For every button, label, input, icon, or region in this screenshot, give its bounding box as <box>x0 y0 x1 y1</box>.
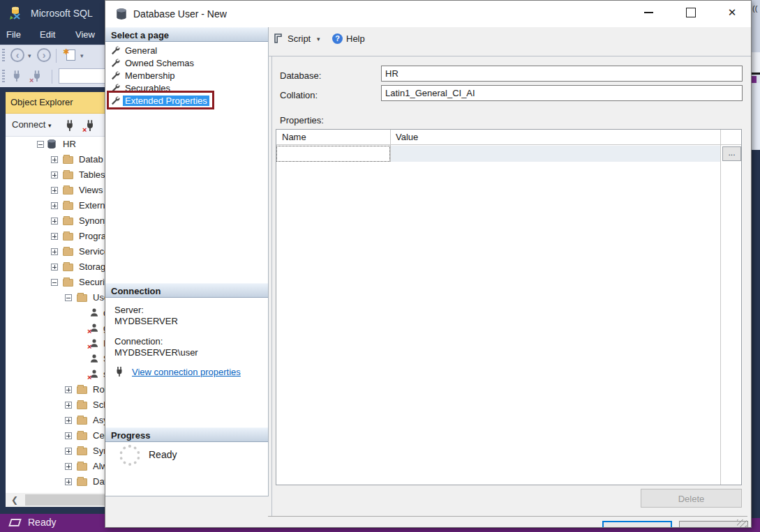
toolbar-grip[interactable] <box>2 70 5 84</box>
minimize-button[interactable] <box>633 1 664 23</box>
navigate-back-icon[interactable]: ‹ <box>10 48 24 62</box>
object-explorer-header[interactable]: Object Explorer <box>6 92 105 114</box>
oe-disconnect-plug-icon[interactable]: × <box>84 119 96 132</box>
maximize-button[interactable] <box>675 1 706 23</box>
oe-horizontal-scrollbar[interactable]: ❮ <box>6 493 105 507</box>
tree-item[interactable]: ×g <box>6 321 105 336</box>
tree-item[interactable]: d <box>6 305 105 321</box>
toolbar-grip[interactable] <box>2 49 5 63</box>
expand-plus-icon[interactable] <box>65 448 72 455</box>
toolbar-separator <box>56 49 57 63</box>
menu-edit[interactable]: Edit <box>40 29 55 40</box>
new-query-caret-icon[interactable]: ▾ <box>80 52 84 59</box>
back-dropdown-caret-icon[interactable]: ▾ <box>28 52 31 59</box>
script-icon <box>273 33 284 44</box>
expand-plus-icon[interactable] <box>65 463 72 470</box>
expand-plus-icon[interactable] <box>51 218 58 225</box>
help-icon: ? <box>332 33 343 44</box>
name-cell[interactable] <box>276 146 390 162</box>
tree-item[interactable]: Rol <box>6 382 105 397</box>
scroll-left-arrow-icon[interactable]: ❮ <box>11 495 18 505</box>
expand-plus-icon[interactable] <box>51 172 58 178</box>
tree-item[interactable]: Cer <box>6 428 105 443</box>
expand-minus-icon[interactable] <box>65 294 72 301</box>
progress-header: Progress <box>105 427 268 442</box>
tree-item-label: Views <box>79 185 103 195</box>
navigate-forward-icon[interactable]: › <box>37 48 51 62</box>
tree-item[interactable]: Dat <box>6 474 105 489</box>
tree-item[interactable]: ×I <box>6 336 105 351</box>
tree-item[interactable]: Sym <box>6 443 105 459</box>
tree-item[interactable]: S <box>6 351 105 367</box>
menu-file[interactable]: File <box>6 29 21 40</box>
tree-item[interactable]: ×s <box>6 367 105 382</box>
tree-item[interactable]: Sch <box>6 397 105 413</box>
tree-item[interactable]: Securit <box>6 275 105 290</box>
tree-item[interactable]: Storag <box>6 259 105 275</box>
tree-item-label: Service <box>79 246 105 257</box>
tree-item[interactable]: Alw <box>6 459 105 474</box>
value-cell[interactable] <box>391 146 720 162</box>
expand-minus-icon[interactable] <box>51 279 58 286</box>
disconnect-plug-icon[interactable]: × <box>31 70 43 82</box>
tree-item[interactable]: Use <box>6 290 105 305</box>
connect-plug-icon[interactable] <box>11 70 24 82</box>
close-button[interactable]: ✕ <box>717 1 747 23</box>
tree-item[interactable]: Datab <box>6 152 105 167</box>
collation-input[interactable]: Latin1_General_CI_AI <box>381 85 743 101</box>
ssms-logo-icon <box>7 5 24 22</box>
tree-item[interactable]: Views <box>6 183 105 198</box>
column-header-name[interactable]: Name <box>282 132 306 142</box>
tree-item[interactable]: Progra <box>6 229 105 244</box>
connection-properties-plug-icon <box>114 366 126 377</box>
right-edge-light-area-2 <box>752 83 760 150</box>
column-header-value[interactable]: Value <box>396 132 418 142</box>
expand-plus-icon[interactable] <box>65 402 72 409</box>
page-item-owned-schemas[interactable]: Owned Schemas <box>105 57 268 70</box>
expand-plus-icon[interactable] <box>65 417 72 424</box>
progress-spinner-icon <box>119 445 140 466</box>
tree-item[interactable]: Service <box>6 244 105 259</box>
expand-plus-icon[interactable] <box>51 187 58 194</box>
ok-button[interactable] <box>602 521 672 528</box>
menu-view[interactable]: View <box>75 29 95 40</box>
page-item-general[interactable]: General <box>105 45 268 57</box>
expand-plus-icon[interactable] <box>51 202 58 209</box>
tree-item-label: Synony <box>79 215 105 226</box>
new-query-star-icon: ✱ <box>63 47 69 56</box>
help-button[interactable]: Help <box>346 33 365 44</box>
tree-item[interactable]: HR <box>6 137 105 152</box>
user-x-icon: × <box>89 338 100 349</box>
tree-item[interactable]: Synony <box>6 213 105 229</box>
expand-plus-icon[interactable] <box>65 386 72 393</box>
expand-plus-icon[interactable] <box>65 432 72 439</box>
expand-plus-icon[interactable] <box>51 233 58 240</box>
page-item-membership[interactable]: Membership <box>105 70 268 82</box>
script-button[interactable]: Script <box>288 33 311 44</box>
scrollbar-thumb[interactable] <box>25 494 105 506</box>
tree-item[interactable]: Asy <box>6 413 105 428</box>
resize-grip[interactable] <box>737 519 747 528</box>
ellipsis-button[interactable]: ... <box>722 146 741 161</box>
delete-button[interactable]: Delete <box>641 489 742 508</box>
script-caret-icon[interactable]: ▾ <box>317 36 320 43</box>
connect-button[interactable]: Connect ▾ <box>12 119 52 130</box>
expand-plus-icon[interactable] <box>51 248 58 255</box>
tree-item-label: Use <box>93 292 105 303</box>
expand-plus-icon[interactable] <box>65 478 72 485</box>
server-label: Server: <box>114 305 144 315</box>
view-connection-properties-link[interactable]: View connection properties <box>132 367 241 377</box>
database-combobox[interactable] <box>59 68 107 84</box>
database-input[interactable]: HR <box>381 66 743 82</box>
column-divider[interactable] <box>720 130 721 485</box>
tree-item[interactable]: Extern <box>6 198 105 213</box>
database-user-new-dialog: Database User - New ✕ Select a page Gene… <box>105 0 752 528</box>
expand-plus-icon[interactable] <box>51 264 58 271</box>
dialog-titlebar[interactable]: Database User - New ✕ <box>105 1 751 27</box>
tree-item[interactable]: Tables <box>6 167 105 183</box>
oe-connect-plug-icon[interactable] <box>64 119 77 132</box>
folder-icon <box>63 172 73 179</box>
expand-plus-icon[interactable] <box>51 156 58 163</box>
connection-label: Connection: <box>114 336 163 347</box>
expand-minus-icon[interactable] <box>37 141 44 148</box>
